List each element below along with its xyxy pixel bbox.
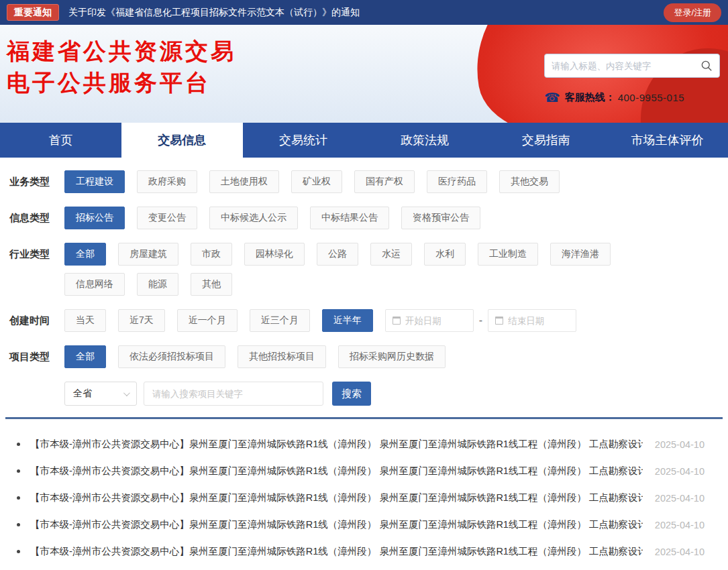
filter-option-1-4[interactable]: 资格预审公告	[401, 207, 480, 229]
important-notice-badge: 重要通知	[7, 4, 59, 21]
list-item-3: 【市本级-漳州市公共资源交易中心】泉州至厦门至漳州城际铁路R1线（漳州段） 泉州…	[17, 518, 705, 531]
result-date: 2025-04-10	[655, 520, 705, 530]
filter-option-0-6[interactable]: 其他交易	[499, 170, 560, 193]
filter-option-2-0[interactable]: 全部	[64, 243, 106, 266]
start-date-input[interactable]	[385, 309, 474, 332]
filter-row-label-1: 信息类型	[0, 207, 64, 229]
filter-row-label-3: 创建时间	[0, 309, 64, 332]
filter-option-0-3[interactable]: 矿业权	[291, 170, 342, 193]
filter-option-4-1[interactable]: 依法必须招投标项目	[118, 345, 225, 368]
filter-option-0-1[interactable]: 政府采购	[137, 170, 197, 193]
filter-panel: 业务类型工程建设政府采购土地使用权矿业权国有产权医疗药品其他交易信息类型招标公告…	[0, 158, 728, 417]
filter-options-4: 全部依法必须招投标项目其他招投标项目招标采购网历史数据	[64, 345, 728, 368]
notice-bar: 重要通知 关于印发《福建省信息化工程项目招标文件示范文本（试行）》的通知 登录/…	[0, 0, 728, 25]
hotline-label: 客服热线：	[565, 91, 615, 104]
project-keyword-input[interactable]	[144, 382, 323, 406]
filter-option-3-4[interactable]: 近半年	[322, 309, 373, 332]
filter-option-1-1[interactable]: 变更公告	[137, 207, 197, 229]
filter-option-2-7[interactable]: 工业制造	[478, 243, 538, 266]
chevron-down-icon	[123, 390, 130, 396]
filter-option-2-11[interactable]: 其他	[191, 273, 232, 296]
nav-tab-4[interactable]: 交易指南	[485, 123, 607, 158]
notice-link[interactable]: 关于印发《福建省信息化工程项目招标文件示范文本（试行）》的通知	[68, 7, 360, 19]
filter-option-2-4[interactable]: 公路	[317, 243, 358, 266]
filter-option-4-0[interactable]: 全部	[64, 345, 106, 368]
list-item-1: 【市本级-漳州市公共资源交易中心】泉州至厦门至漳州城际铁路R1线（漳州段） 泉州…	[17, 465, 705, 477]
result-date: 2025-04-10	[655, 547, 705, 557]
header-search-input[interactable]	[552, 61, 700, 71]
filter-row-0: 业务类型工程建设政府采购土地使用权矿业权国有产权医疗药品其他交易	[0, 170, 728, 193]
filter-option-1-2[interactable]: 中标候选人公示	[209, 207, 298, 229]
filter-row-2: 行业类型全部房屋建筑市政园林绿化公路水运水利工业制造海洋渔港信息网络能源其他	[0, 243, 728, 296]
nav-tab-3[interactable]: 政策法规	[364, 123, 485, 158]
bullet-icon	[17, 550, 20, 553]
start-date-input-field[interactable]	[405, 316, 466, 326]
filter-option-3-1[interactable]: 近7天	[118, 309, 165, 332]
filter-option-0-4[interactable]: 国有产权	[354, 170, 415, 193]
search-icon[interactable]	[700, 60, 713, 72]
filter-option-0-0[interactable]: 工程建设	[64, 170, 125, 193]
filter-row-label-2: 行业类型	[0, 243, 64, 266]
region-select[interactable]: 全省	[64, 382, 137, 406]
filter-options-2: 全部房屋建筑市政园林绿化公路水运水利工业制造海洋渔港信息网络能源其他	[64, 243, 728, 296]
result-title[interactable]: 【市本级-漳州市公共资源交易中心】泉州至厦门至漳州城际铁路R1线（漳州段） 泉州…	[30, 438, 643, 451]
filter-option-2-10[interactable]: 能源	[137, 273, 178, 296]
result-title[interactable]: 【市本级-漳州市公共资源交易中心】泉州至厦门至漳州城际铁路R1线（漳州段） 泉州…	[30, 545, 643, 558]
date-range: -	[385, 309, 576, 332]
result-date: 2025-04-10	[655, 466, 705, 477]
nav-tab-2[interactable]: 交易统计	[243, 123, 364, 158]
result-date: 2025-04-10	[655, 439, 705, 450]
result-date: 2025-04-10	[655, 493, 705, 504]
site-header: 福建省公共资源交易 电子公共服务平台 ☎ 客服热线： 400-9955-015	[0, 25, 728, 123]
main-nav: 首页交易信息交易统计政策法规交易指南市场主体评价	[0, 123, 728, 158]
filter-search-row: 全省 搜索	[0, 382, 728, 406]
filter-option-1-3[interactable]: 中标结果公告	[310, 207, 389, 229]
region-select-value: 全省	[73, 388, 92, 400]
filter-row-3: 创建时间当天近7天近一个月近三个月近半年-	[0, 309, 728, 332]
end-date-input-field[interactable]	[508, 316, 569, 326]
filter-option-2-8[interactable]: 海洋渔港	[550, 243, 611, 266]
result-title[interactable]: 【市本级-漳州市公共资源交易中心】泉州至厦门至漳州城际铁路R1线（漳州段） 泉州…	[30, 518, 643, 531]
filter-row-1: 信息类型招标公告变更公告中标候选人公示中标结果公告资格预审公告	[0, 207, 728, 229]
search-button[interactable]: 搜索	[332, 382, 371, 406]
filter-option-2-5[interactable]: 水运	[370, 243, 412, 266]
filter-option-3-2[interactable]: 近一个月	[177, 309, 238, 332]
nav-tab-5[interactable]: 市场主体评价	[607, 123, 728, 158]
hotline: ☎ 客服热线： 400-9955-015	[544, 90, 720, 105]
results-list: 【市本级-漳州市公共资源交易中心】泉州至厦门至漳州城际铁路R1线（漳州段） 泉州…	[0, 419, 728, 558]
bullet-icon	[17, 496, 20, 500]
nav-tab-1[interactable]: 交易信息	[121, 123, 243, 158]
result-title[interactable]: 【市本级-漳州市公共资源交易中心】泉州至厦门至漳州城际铁路R1线（漳州段） 泉州…	[30, 492, 643, 504]
date-separator: -	[479, 315, 482, 327]
header-right: ☎ 客服热线： 400-9955-015	[544, 54, 720, 105]
filter-row-label-4: 项目类型	[0, 345, 64, 368]
filter-rows: 业务类型工程建设政府采购土地使用权矿业权国有产权医疗药品其他交易信息类型招标公告…	[0, 170, 728, 368]
filter-option-0-5[interactable]: 医疗药品	[427, 170, 487, 193]
filter-option-4-3[interactable]: 招标采购网历史数据	[338, 345, 446, 368]
list-item-0: 【市本级-漳州市公共资源交易中心】泉州至厦门至漳州城际铁路R1线（漳州段） 泉州…	[17, 438, 705, 451]
list-item-2: 【市本级-漳州市公共资源交易中心】泉州至厦门至漳州城际铁路R1线（漳州段） 泉州…	[17, 492, 705, 504]
filter-row-4: 项目类型全部依法必须招投标项目其他招投标项目招标采购网历史数据	[0, 345, 728, 368]
filter-option-2-1[interactable]: 房屋建筑	[118, 243, 178, 266]
phone-icon: ☎	[544, 90, 560, 105]
end-date-input[interactable]	[488, 309, 576, 332]
site-logo[interactable]: 福建省公共资源交易 电子公共服务平台	[7, 36, 236, 99]
filter-option-2-9[interactable]: 信息网络	[64, 273, 125, 296]
filter-option-2-2[interactable]: 市政	[191, 243, 232, 266]
logo-line-2: 电子公共服务平台	[7, 67, 236, 99]
filter-option-3-3[interactable]: 近三个月	[250, 309, 310, 332]
filter-options-0: 工程建设政府采购土地使用权矿业权国有产权医疗药品其他交易	[64, 170, 728, 193]
filter-option-1-0[interactable]: 招标公告	[64, 207, 125, 229]
nav-tab-0[interactable]: 首页	[0, 123, 121, 158]
filter-option-2-3[interactable]: 园林绿化	[244, 243, 305, 266]
filter-option-0-2[interactable]: 土地使用权	[209, 170, 279, 193]
filter-option-4-2[interactable]: 其他招投标项目	[238, 345, 326, 368]
bullet-icon	[17, 523, 20, 526]
login-register-button[interactable]: 登录/注册	[664, 3, 721, 22]
result-title[interactable]: 【市本级-漳州市公共资源交易中心】泉州至厦门至漳州城际铁路R1线（漳州段） 泉州…	[30, 465, 643, 477]
filter-options-1: 招标公告变更公告中标候选人公示中标结果公告资格预审公告	[64, 207, 728, 229]
filter-option-3-0[interactable]: 当天	[64, 309, 106, 332]
hotline-number: 400-9955-015	[618, 92, 684, 103]
filter-option-2-6[interactable]: 水利	[424, 243, 466, 266]
filter-options-3: 当天近7天近一个月近三个月近半年-	[64, 309, 728, 332]
